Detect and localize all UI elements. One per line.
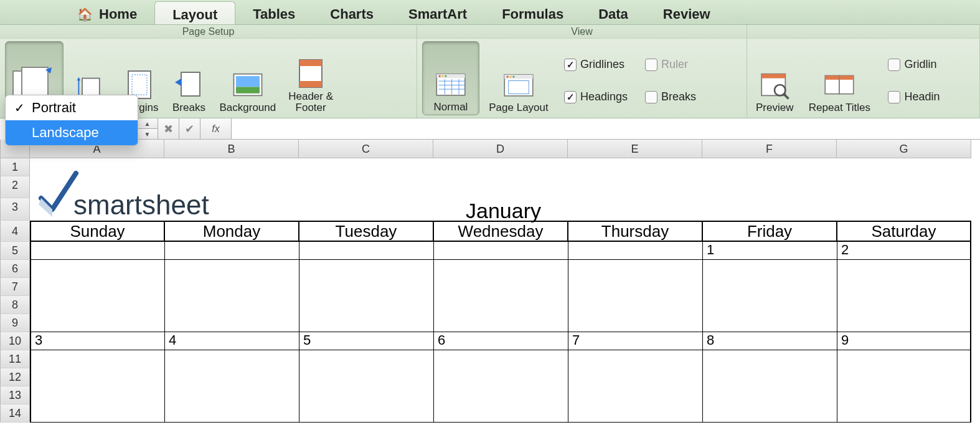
row-header[interactable]: 11 <box>0 350 30 368</box>
calendar-cell[interactable] <box>30 386 164 404</box>
col-header[interactable]: F <box>702 140 837 158</box>
print-headings-row[interactable]: Headin <box>884 85 943 110</box>
calendar-cell[interactable] <box>568 314 702 332</box>
day-header[interactable]: Friday <box>702 221 837 242</box>
cancel-formula-button[interactable]: ✖ <box>158 118 179 139</box>
calendar-cell[interactable] <box>164 350 299 368</box>
ruler-checkbox[interactable] <box>645 59 657 71</box>
row-header[interactable]: 12 <box>0 368 30 386</box>
row-header[interactable]: 4 <box>0 221 30 242</box>
calendar-cell[interactable] <box>568 242 702 260</box>
calendar-cell[interactable] <box>433 296 568 314</box>
row-header[interactable]: 13 <box>0 386 30 404</box>
calendar-cell[interactable]: 8 <box>702 332 837 350</box>
gridlines-checkbox-row[interactable]: Gridlines <box>560 52 631 77</box>
fx-button[interactable]: fx <box>200 118 232 139</box>
row-header[interactable]: 5 <box>0 242 30 260</box>
calendar-cell[interactable] <box>30 404 164 423</box>
view-breaks-checkbox[interactable] <box>645 91 657 103</box>
calendar-cell[interactable] <box>837 314 971 332</box>
calendar-cell[interactable] <box>299 278 433 296</box>
orientation-landscape-item[interactable]: Landscape <box>6 120 138 145</box>
tab-smartart[interactable]: SmartArt <box>391 0 484 24</box>
calendar-cell[interactable] <box>702 350 837 368</box>
calendar-cell[interactable]: 7 <box>568 332 702 350</box>
gridlines-checkbox[interactable] <box>564 59 577 71</box>
calendar-cell[interactable] <box>837 386 971 404</box>
day-header[interactable]: Sunday <box>30 221 164 242</box>
col-header[interactable]: E <box>568 140 702 158</box>
day-header[interactable]: Monday <box>164 221 299 242</box>
calendar-cell[interactable] <box>433 260 568 278</box>
col-header[interactable]: G <box>837 140 971 158</box>
calendar-cell[interactable]: 1 <box>702 242 837 260</box>
calendar-cell[interactable] <box>164 260 299 278</box>
ruler-checkbox-row[interactable]: Ruler <box>641 52 700 77</box>
calendar-cell[interactable] <box>702 278 837 296</box>
header-footer-button[interactable]: Header & Footer <box>285 41 337 115</box>
calendar-cell[interactable] <box>568 350 702 368</box>
calendar-cell[interactable] <box>702 314 837 332</box>
row-header[interactable]: 6 <box>0 260 30 278</box>
calendar-cell[interactable] <box>433 314 568 332</box>
stepper-down-icon[interactable]: ▼ <box>137 129 158 139</box>
calendar-cell[interactable]: 2 <box>837 242 971 260</box>
calendar-cell[interactable] <box>837 350 971 368</box>
breaks-button[interactable]: Breaks <box>167 41 210 115</box>
calendar-cell[interactable] <box>433 350 568 368</box>
col-header[interactable]: D <box>433 140 568 158</box>
row-header[interactable]: 14 <box>0 404 30 423</box>
background-button[interactable]: Background <box>215 41 280 115</box>
calendar-cell[interactable]: 9 <box>837 332 971 350</box>
calendar-cell[interactable] <box>702 260 837 278</box>
calendar-cell[interactable]: 5 <box>299 332 433 350</box>
normal-view-button[interactable]: Normal <box>422 41 479 115</box>
calendar-cell[interactable] <box>837 404 971 423</box>
calendar-cell[interactable] <box>433 242 568 260</box>
col-header[interactable]: B <box>164 140 299 158</box>
stepper-up-icon[interactable]: ▲ <box>137 118 158 129</box>
page-layout-view-button[interactable]: Page Layout <box>484 41 553 115</box>
preview-button[interactable]: Preview <box>752 41 797 115</box>
calendar-cell[interactable] <box>299 368 433 386</box>
calendar-cell[interactable]: 6 <box>433 332 568 350</box>
calendar-cell[interactable] <box>30 296 164 314</box>
calendar-cell[interactable] <box>30 368 164 386</box>
calendar-cell[interactable] <box>299 386 433 404</box>
calendar-cell[interactable] <box>30 242 164 260</box>
headings-checkbox-row[interactable]: Headings <box>560 85 631 110</box>
calendar-cell[interactable] <box>702 368 837 386</box>
tab-formulas[interactable]: Formulas <box>484 0 581 24</box>
calendar-cell[interactable] <box>433 386 568 404</box>
calendar-cell[interactable] <box>299 260 433 278</box>
calendar-cell[interactable] <box>568 260 702 278</box>
col-header[interactable]: C <box>299 140 433 158</box>
calendar-cell[interactable] <box>299 404 433 423</box>
tab-layout[interactable]: Layout <box>154 1 235 24</box>
orientation-portrait-item[interactable]: ✓ Portrait <box>6 95 138 120</box>
calendar-cell[interactable] <box>164 386 299 404</box>
calendar-cell[interactable] <box>702 386 837 404</box>
calendar-cell[interactable] <box>568 404 702 423</box>
calendar-cell[interactable] <box>702 296 837 314</box>
name-box-stepper[interactable]: ▲ ▼ <box>137 118 158 139</box>
row-header[interactable]: 3 <box>0 198 30 221</box>
accept-formula-button[interactable]: ✔ <box>179 118 200 139</box>
calendar-cell[interactable]: 3 <box>30 332 164 350</box>
print-headings-checkbox[interactable] <box>888 91 900 103</box>
day-header[interactable]: Tuesday <box>299 221 433 242</box>
calendar-cell[interactable] <box>837 278 971 296</box>
repeat-titles-button[interactable]: Repeat Titles <box>802 41 877 115</box>
day-header[interactable]: Saturday <box>837 221 971 242</box>
tab-tables[interactable]: Tables <box>235 0 313 24</box>
calendar-cell[interactable] <box>433 278 568 296</box>
formula-input[interactable] <box>232 118 980 139</box>
calendar-cell[interactable] <box>568 296 702 314</box>
calendar-cell[interactable] <box>164 278 299 296</box>
calendar-cell[interactable] <box>568 386 702 404</box>
calendar-cell[interactable] <box>299 314 433 332</box>
calendar-cell[interactable] <box>299 350 433 368</box>
calendar-cell[interactable]: 4 <box>164 332 299 350</box>
view-breaks-checkbox-row[interactable]: Breaks <box>641 85 700 110</box>
tab-review[interactable]: Review <box>646 0 728 24</box>
